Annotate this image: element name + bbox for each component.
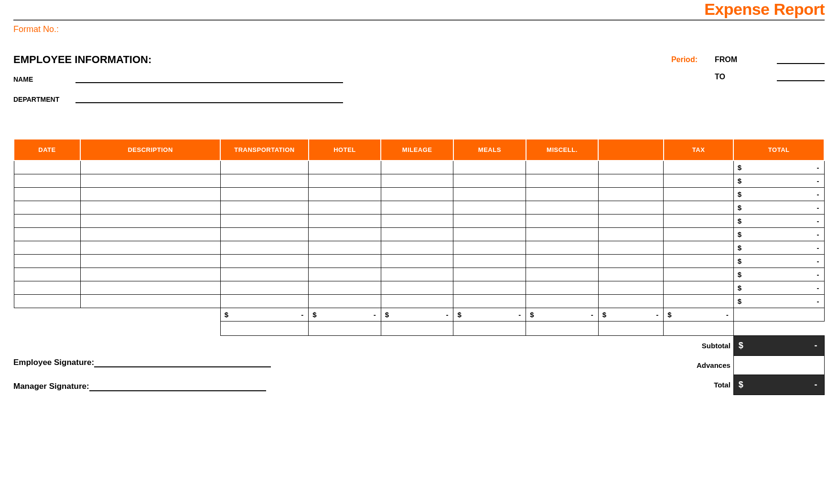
- cell[interactable]: [80, 268, 220, 281]
- cell[interactable]: [80, 241, 220, 254]
- cell[interactable]: [309, 227, 381, 241]
- cell[interactable]: [220, 268, 309, 281]
- cell[interactable]: [220, 254, 309, 268]
- cell[interactable]: [526, 241, 599, 254]
- cell[interactable]: [453, 268, 526, 281]
- cell[interactable]: [381, 201, 453, 214]
- cell[interactable]: [14, 201, 80, 214]
- cell[interactable]: [526, 174, 599, 187]
- cell[interactable]: [664, 201, 734, 214]
- cell[interactable]: [309, 254, 381, 268]
- cell[interactable]: [220, 281, 309, 294]
- money-cell[interactable]: $-: [526, 308, 599, 321]
- cell[interactable]: [309, 281, 381, 294]
- cell[interactable]: [453, 187, 526, 201]
- cell[interactable]: [14, 227, 80, 241]
- period-from-line[interactable]: [777, 55, 825, 64]
- cell[interactable]: [381, 268, 453, 281]
- cell[interactable]: [14, 214, 80, 227]
- cell[interactable]: [453, 161, 526, 174]
- money-cell[interactable]: $-: [733, 214, 824, 227]
- cell[interactable]: [80, 161, 220, 174]
- cell[interactable]: [80, 174, 220, 187]
- cell[interactable]: [220, 174, 309, 187]
- cell[interactable]: [664, 187, 734, 201]
- cell[interactable]: [598, 187, 663, 201]
- cell[interactable]: [309, 201, 381, 214]
- cell[interactable]: [220, 227, 309, 241]
- cell[interactable]: [80, 254, 220, 268]
- cell[interactable]: [80, 294, 220, 308]
- cell[interactable]: [14, 174, 80, 187]
- period-to-line[interactable]: [777, 73, 825, 81]
- cell[interactable]: [220, 214, 309, 227]
- cell[interactable]: [14, 161, 80, 174]
- cell[interactable]: [14, 241, 80, 254]
- cell[interactable]: [453, 214, 526, 227]
- cell[interactable]: [598, 281, 663, 294]
- cell[interactable]: [80, 214, 220, 227]
- cell[interactable]: [598, 268, 663, 281]
- money-cell[interactable]: $-: [220, 308, 309, 321]
- cell[interactable]: [664, 214, 734, 227]
- name-field-line[interactable]: [75, 75, 343, 83]
- cell[interactable]: [381, 294, 453, 308]
- money-cell[interactable]: $-: [598, 308, 663, 321]
- department-field-line[interactable]: [75, 95, 343, 103]
- money-cell[interactable]: $-: [381, 308, 453, 321]
- cell[interactable]: [309, 294, 381, 308]
- cell[interactable]: [309, 174, 381, 187]
- cell[interactable]: [664, 161, 734, 174]
- money-cell[interactable]: $-: [733, 241, 824, 254]
- money-cell[interactable]: $-: [733, 254, 824, 268]
- cell[interactable]: [598, 174, 663, 187]
- cell[interactable]: [14, 187, 80, 201]
- cell[interactable]: [14, 268, 80, 281]
- money-cell[interactable]: $-: [733, 294, 824, 308]
- cell[interactable]: [598, 294, 663, 308]
- cell[interactable]: [453, 201, 526, 214]
- money-cell[interactable]: $-: [733, 187, 824, 201]
- money-cell[interactable]: $-: [733, 201, 824, 214]
- cell[interactable]: [526, 214, 599, 227]
- cell[interactable]: [220, 161, 309, 174]
- money-cell[interactable]: $-: [733, 161, 824, 174]
- cell[interactable]: [381, 174, 453, 187]
- money-cell[interactable]: $-: [733, 268, 824, 281]
- money-cell[interactable]: $-: [733, 174, 824, 187]
- cell[interactable]: [220, 187, 309, 201]
- cell[interactable]: [664, 227, 734, 241]
- cell[interactable]: [381, 281, 453, 294]
- cell[interactable]: [526, 294, 599, 308]
- cell[interactable]: [526, 254, 599, 268]
- cell[interactable]: [309, 187, 381, 201]
- cell[interactable]: [14, 281, 80, 294]
- cell[interactable]: [220, 241, 309, 254]
- cell[interactable]: [80, 281, 220, 294]
- cell[interactable]: [598, 201, 663, 214]
- cell[interactable]: [664, 281, 734, 294]
- manager-signature-line[interactable]: [89, 383, 266, 391]
- cell[interactable]: [453, 294, 526, 308]
- cell[interactable]: [598, 254, 663, 268]
- cell[interactable]: [664, 268, 734, 281]
- cell[interactable]: [453, 227, 526, 241]
- cell[interactable]: [526, 187, 599, 201]
- cell[interactable]: [80, 201, 220, 214]
- cell[interactable]: [220, 201, 309, 214]
- cell[interactable]: [309, 241, 381, 254]
- cell[interactable]: [14, 294, 80, 308]
- cell[interactable]: [664, 294, 734, 308]
- cell[interactable]: [80, 227, 220, 241]
- cell[interactable]: [80, 187, 220, 201]
- employee-signature-line[interactable]: [94, 359, 271, 367]
- cell[interactable]: [381, 241, 453, 254]
- cell[interactable]: [381, 214, 453, 227]
- cell[interactable]: [526, 281, 599, 294]
- money-cell[interactable]: $-: [733, 281, 824, 294]
- cell[interactable]: [664, 254, 734, 268]
- cell[interactable]: [526, 268, 599, 281]
- cell[interactable]: [453, 281, 526, 294]
- cell[interactable]: [309, 214, 381, 227]
- cell[interactable]: [381, 254, 453, 268]
